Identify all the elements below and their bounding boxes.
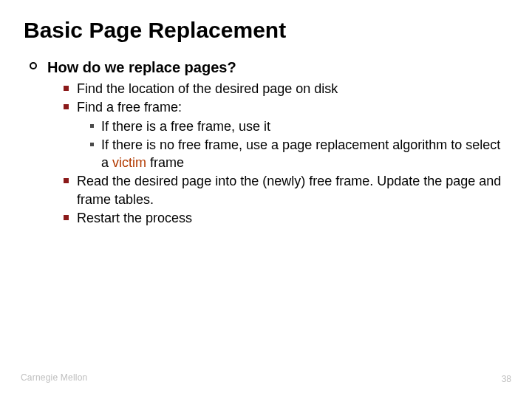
bullet-text: Restart the process [77, 209, 192, 227]
square-bullet-icon [64, 86, 69, 91]
bullet-text: Find a free frame: [77, 98, 182, 116]
question-text: How do we replace pages? [47, 58, 236, 77]
bullet-text: Read the desired page into the (newly) f… [77, 172, 508, 208]
hollow-circle-icon [30, 62, 37, 69]
small-square-bullet-icon [90, 124, 94, 128]
bullet-text: Find the location of the desired page on… [77, 80, 338, 98]
victim-word: victim [112, 155, 146, 170]
slide: Basic Page Replacement How do we replace… [0, 0, 532, 399]
sub-bullet-text: If there is a free frame, use it [101, 117, 270, 135]
sub-bullet-text: If there is no free frame, use a page re… [101, 136, 508, 172]
square-bullet-icon [64, 178, 69, 183]
list-item: Find a free frame: [64, 98, 508, 116]
institution-label: Carnegie Mellon [21, 372, 87, 383]
page-number: 38 [502, 374, 511, 384]
list-item: How do we replace pages? [24, 58, 508, 77]
slide-title: Basic Page Replacement [24, 18, 508, 43]
list-item: If there is no free frame, use a page re… [90, 136, 508, 172]
list-item: Read the desired page into the (newly) f… [64, 172, 508, 208]
square-bullet-icon [64, 104, 69, 109]
small-square-bullet-icon [90, 143, 94, 146]
sub-bullet-post: frame [146, 155, 184, 170]
list-item: If there is a free frame, use it [90, 117, 508, 135]
square-bullet-icon [64, 215, 69, 220]
list-item: Restart the process [64, 209, 508, 227]
list-item: Find the location of the desired page on… [64, 80, 508, 98]
